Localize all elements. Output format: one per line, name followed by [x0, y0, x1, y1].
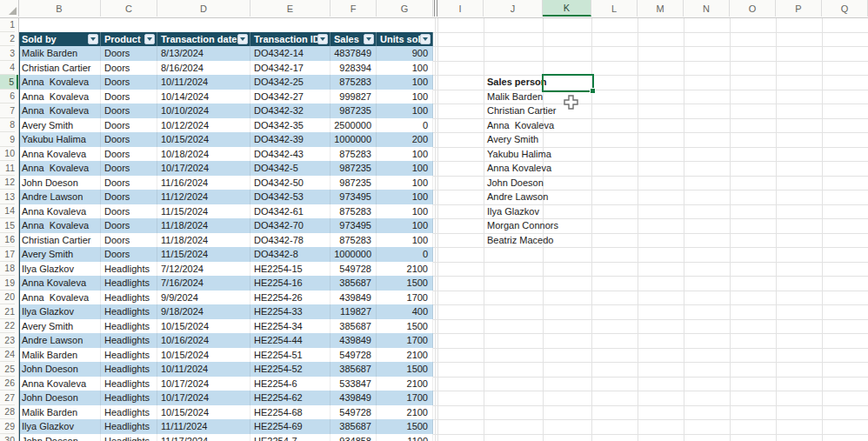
filter-dropdown-button[interactable]: [317, 34, 328, 44]
table-cell[interactable]: 7/12/2024: [157, 262, 250, 277]
side-list-item[interactable]: John Doeson: [484, 176, 546, 190]
table-cell[interactable]: 385687: [331, 276, 377, 291]
side-list-item[interactable]: Ilya Glazkov: [484, 204, 546, 219]
table-cell[interactable]: Anna Kovaleva: [18, 291, 101, 305]
table-cell[interactable]: 11/17/2024: [157, 434, 250, 441]
table-cell[interactable]: Doors: [101, 118, 157, 133]
table-cell[interactable]: 439849: [331, 333, 377, 348]
column-header-L[interactable]: L: [591, 0, 638, 17]
row-header-23[interactable]: 23: [0, 333, 15, 348]
table-cell[interactable]: 1000000: [331, 132, 377, 147]
table-cell[interactable]: Anna Kovaleva: [18, 377, 101, 391]
table-cell[interactable]: John Doeson: [18, 391, 101, 405]
filter-dropdown-button[interactable]: [420, 34, 431, 44]
table-cell[interactable]: Doors: [101, 104, 157, 118]
table-cell[interactable]: Headlights: [101, 348, 157, 363]
row-header-2[interactable]: 2: [0, 32, 15, 47]
table-cell[interactable]: Andre Lawson: [18, 333, 101, 348]
table-cell[interactable]: DO4342-78: [250, 233, 331, 248]
table-cell[interactable]: 2500000: [331, 118, 377, 133]
table-cell[interactable]: 2100: [377, 348, 433, 363]
table-cell[interactable]: 119827: [331, 304, 377, 319]
side-list-item[interactable]: Yakubu Halima: [484, 147, 546, 162]
column-header-F[interactable]: F: [331, 0, 377, 17]
table-cell[interactable]: 11/16/2024: [157, 176, 250, 190]
table-cell[interactable]: 1500: [377, 276, 433, 291]
table-cell[interactable]: 0: [377, 247, 433, 262]
table-cell[interactable]: Headlights: [101, 391, 157, 405]
table-cell[interactable]: Andre Lawson: [18, 190, 101, 204]
table-cell[interactable]: Doors: [101, 132, 157, 147]
side-list-item[interactable]: Morgan Connors: [484, 218, 546, 233]
table-cell[interactable]: Doors: [101, 218, 157, 233]
table-cell[interactable]: 875283: [331, 147, 377, 162]
side-list-item[interactable]: Malik Barden: [484, 90, 546, 104]
table-cell[interactable]: Doors: [101, 204, 157, 219]
table-cell[interactable]: 928394: [331, 61, 377, 76]
table-cell[interactable]: 10/15/2024: [157, 405, 250, 420]
row-header-18[interactable]: 18: [0, 262, 15, 277]
table-cell[interactable]: 900: [377, 46, 433, 61]
table-cell[interactable]: 973495: [331, 218, 377, 233]
table-cell[interactable]: HE2254-62: [250, 391, 331, 405]
table-cell[interactable]: Avery Smith: [18, 118, 101, 133]
filter-dropdown-button[interactable]: [364, 34, 374, 44]
table-cell[interactable]: 100: [377, 90, 433, 104]
table-cell[interactable]: DO4342-70: [250, 218, 331, 233]
table-cell[interactable]: 1500: [377, 419, 433, 434]
column-header-O[interactable]: O: [730, 0, 776, 17]
table-cell[interactable]: DO4342-5: [250, 161, 331, 176]
table-cell[interactable]: DO4342-39: [250, 132, 331, 147]
table-cell[interactable]: 10/17/2024: [157, 377, 250, 391]
column-header-G[interactable]: G: [377, 0, 433, 17]
table-cell[interactable]: 100: [377, 176, 433, 190]
table-cell[interactable]: Headlights: [101, 419, 157, 434]
column-header-C[interactable]: C: [101, 0, 157, 17]
table-cell[interactable]: Anna Kovaleva: [18, 204, 101, 219]
filter-dropdown-button[interactable]: [237, 34, 248, 44]
table-cell[interactable]: 1500: [377, 362, 433, 377]
table-cell[interactable]: 875283: [331, 233, 377, 248]
table-cell[interactable]: Anna Kovaleva: [18, 104, 101, 118]
table-cell[interactable]: HE2254-44: [250, 333, 331, 348]
table-cell[interactable]: 10/16/2024: [157, 333, 250, 348]
table-cell[interactable]: Headlights: [101, 276, 157, 291]
table-cell[interactable]: 8/16/2024: [157, 61, 250, 76]
column-header-P[interactable]: P: [776, 0, 822, 17]
table-cell[interactable]: Headlights: [101, 333, 157, 348]
row-header-5[interactable]: 5: [0, 75, 18, 90]
row-header-25[interactable]: 25: [0, 362, 15, 377]
table-cell[interactable]: Anna Kovaleva: [18, 90, 101, 104]
table-cell[interactable]: DO4342-50: [250, 176, 331, 190]
table-cell[interactable]: 100: [377, 161, 433, 176]
table-cell[interactable]: 549728: [331, 262, 377, 277]
table-cell[interactable]: Doors: [101, 176, 157, 190]
table-cell[interactable]: 8/13/2024: [157, 46, 250, 61]
table-cell[interactable]: 1100: [377, 434, 433, 441]
table-cell[interactable]: 549728: [331, 348, 377, 363]
table-cell[interactable]: 549728: [331, 405, 377, 420]
table-cell[interactable]: 385687: [331, 419, 377, 434]
table-cell[interactable]: John Doeson: [18, 176, 101, 190]
row-header-26[interactable]: 26: [0, 377, 15, 391]
row-header-28[interactable]: 28: [0, 405, 15, 420]
table-cell[interactable]: Headlights: [101, 434, 157, 441]
table-cell[interactable]: DO4342-43: [250, 147, 331, 162]
row-header-13[interactable]: 13: [0, 190, 15, 204]
table-cell[interactable]: 400: [377, 304, 433, 319]
table-cell[interactable]: 11/15/2024: [157, 204, 250, 219]
table-cell[interactable]: Yakubu Halima: [18, 132, 101, 147]
row-header-16[interactable]: 16: [0, 233, 15, 248]
table-cell[interactable]: Malik Barden: [18, 348, 101, 363]
side-list-item[interactable]: Anna Kovaleva: [484, 161, 546, 176]
table-cell[interactable]: Headlights: [101, 377, 157, 391]
table-cell[interactable]: John Doeson: [18, 434, 101, 441]
table-cell[interactable]: Ilya Glazkov: [18, 304, 101, 319]
table-cell[interactable]: Anna Kovaleva: [18, 276, 101, 291]
table-cell[interactable]: 999827: [331, 90, 377, 104]
table-cell[interactable]: Malik Barden: [18, 46, 101, 61]
table-cell[interactable]: 1700: [377, 333, 433, 348]
row-header-14[interactable]: 14: [0, 204, 15, 219]
row-header-7[interactable]: 7: [0, 104, 15, 118]
table-cell[interactable]: 10/12/2024: [157, 118, 250, 133]
